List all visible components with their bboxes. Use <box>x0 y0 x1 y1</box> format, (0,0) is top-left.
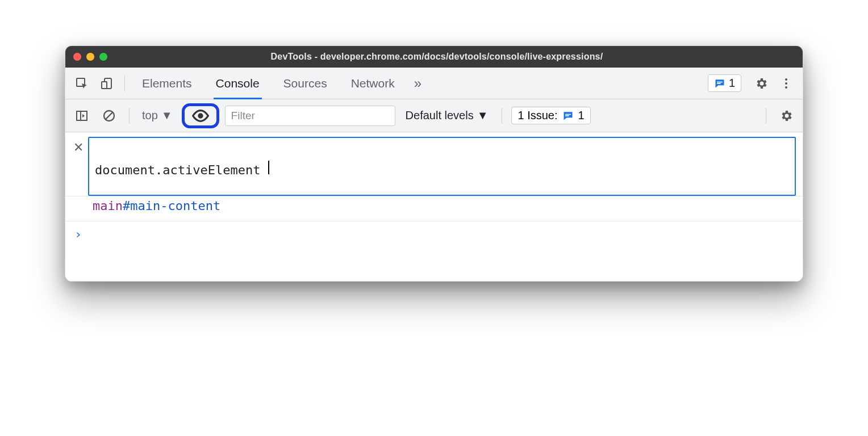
text-cursor <box>268 161 269 174</box>
tab-sources[interactable]: Sources <box>273 68 337 99</box>
tab-console[interactable]: Console <box>206 68 270 99</box>
log-levels-selector[interactable]: Default levels ▼ <box>401 109 493 122</box>
messages-count: 1 <box>729 77 735 90</box>
kebab-menu-icon[interactable] <box>775 73 797 94</box>
devtools-window: DevTools - developer.chrome.com/docs/dev… <box>65 45 803 282</box>
svg-line-10 <box>106 112 112 119</box>
chevron-down-icon: ▼ <box>161 109 173 122</box>
chevron-down-icon: ▼ <box>477 109 489 122</box>
close-window-button[interactable] <box>73 53 81 61</box>
toggle-console-sidebar-icon[interactable] <box>71 105 93 127</box>
live-expression-result: main#main-content <box>65 196 803 221</box>
svg-rect-4 <box>717 83 721 84</box>
issues-badge[interactable]: 1 Issue: 1 <box>511 107 590 124</box>
separator <box>766 108 766 124</box>
create-live-expression-button[interactable] <box>182 103 219 128</box>
levels-label: Default levels <box>406 109 474 122</box>
prompt-chevron-icon: › <box>74 227 82 241</box>
message-icon <box>714 78 725 89</box>
remove-live-expression-button[interactable]: ✕ <box>72 137 88 155</box>
tab-elements[interactable]: Elements <box>132 68 202 99</box>
issues-count: 1 <box>578 109 585 122</box>
separator <box>129 108 130 124</box>
svg-point-7 <box>785 86 787 89</box>
filter-input[interactable] <box>225 106 395 126</box>
svg-rect-3 <box>717 81 723 82</box>
window-title: DevTools - developer.chrome.com/docs/dev… <box>113 52 795 62</box>
svg-rect-12 <box>565 114 571 115</box>
result-tag: main <box>93 199 123 213</box>
messages-badge[interactable]: 1 <box>708 74 741 92</box>
result-id: #main-content <box>123 199 220 213</box>
message-icon <box>562 110 574 121</box>
maximize-window-button[interactable] <box>99 53 107 61</box>
clear-console-icon[interactable] <box>98 105 120 127</box>
settings-icon[interactable] <box>750 73 772 94</box>
svg-rect-2 <box>102 82 107 89</box>
console-settings-icon[interactable] <box>775 105 797 127</box>
svg-rect-13 <box>565 115 569 116</box>
live-expression-area: ✕ document.activeElement <box>65 132 803 196</box>
eye-icon <box>191 108 210 123</box>
window-controls <box>73 53 107 61</box>
issues-label: 1 Issue: <box>518 109 557 122</box>
titlebar: DevTools - developer.chrome.com/docs/dev… <box>65 46 803 68</box>
tab-network[interactable]: Network <box>341 68 405 99</box>
execution-context-selector[interactable]: top ▼ <box>139 108 176 123</box>
live-expression-text: document.activeElement <box>95 163 260 177</box>
svg-point-6 <box>785 82 787 85</box>
minimize-window-button[interactable] <box>86 53 94 61</box>
svg-point-5 <box>785 78 787 81</box>
separator <box>124 76 125 91</box>
inspect-element-icon[interactable] <box>71 73 93 94</box>
more-tabs-icon[interactable]: » <box>408 76 427 91</box>
svg-point-11 <box>198 113 203 118</box>
console-toolbar: top ▼ Default levels ▼ 1 Issue: 1 <box>65 99 803 132</box>
console-prompt[interactable]: › <box>65 221 803 281</box>
main-tabs-row: Elements Console Sources Network » 1 <box>65 68 803 99</box>
separator <box>502 108 502 124</box>
svg-rect-8 <box>77 111 87 120</box>
device-toolbar-icon[interactable] <box>96 73 118 94</box>
context-label: top <box>142 109 158 122</box>
live-expression-input[interactable]: document.activeElement <box>88 137 796 196</box>
